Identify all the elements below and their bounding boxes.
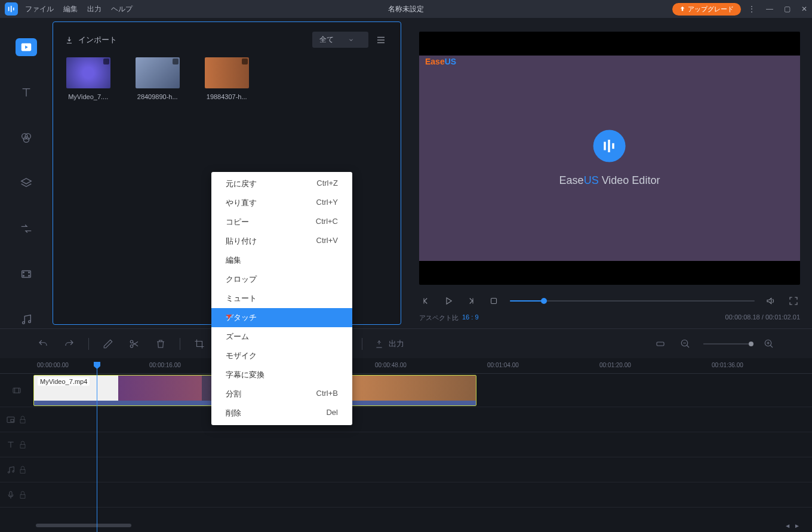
context-menu-item[interactable]: やり直すCtrl+Y bbox=[211, 193, 352, 213]
menu-file[interactable]: ファイル bbox=[25, 4, 54, 14]
horizontal-scrollbar[interactable]: ◄ ► bbox=[36, 524, 800, 527]
svg-rect-32 bbox=[20, 494, 25, 498]
lock-icon bbox=[18, 465, 27, 475]
media-name: 28409890-h... bbox=[137, 93, 178, 100]
upgrade-button[interactable]: アップグレード bbox=[672, 3, 741, 16]
sidebar-media[interactable] bbox=[16, 38, 37, 56]
svg-rect-2 bbox=[13, 8, 14, 11]
context-menu-item[interactable]: 元に戻すCtrl+Z bbox=[211, 174, 352, 193]
context-menu-label: クロップ bbox=[226, 274, 257, 285]
sidebar-overlays[interactable] bbox=[16, 174, 37, 192]
context-menu-item[interactable]: クロップ bbox=[211, 270, 352, 289]
context-menu-label: 元に戻す bbox=[226, 179, 257, 189]
svg-rect-15 bbox=[608, 140, 611, 152]
minimize-button[interactable]: — bbox=[766, 5, 773, 13]
media-thumbnail bbox=[66, 57, 110, 88]
menu-help[interactable]: ヘルプ bbox=[111, 4, 133, 14]
media-item[interactable]: MyVideo_7.... bbox=[65, 57, 112, 100]
more-button[interactable]: ⋮ bbox=[748, 5, 755, 13]
context-menu-item[interactable]: モザイク bbox=[211, 346, 352, 365]
context-menu-item[interactable]: ミュート bbox=[211, 289, 352, 308]
lock-icon bbox=[18, 490, 27, 500]
zoom-out-button[interactable] bbox=[678, 337, 693, 351]
context-menu-label: やり直す bbox=[226, 198, 257, 208]
svg-rect-23 bbox=[13, 388, 20, 393]
context-menu-item[interactable]: 字幕に変換 bbox=[211, 365, 352, 385]
sidebar-elements[interactable] bbox=[16, 265, 37, 283]
app-logo bbox=[5, 2, 18, 16]
delete-button[interactable] bbox=[153, 337, 168, 351]
media-item[interactable]: 19884307-h... bbox=[204, 57, 250, 100]
media-item[interactable]: 28409890-h... bbox=[134, 57, 181, 100]
svg-point-5 bbox=[25, 134, 30, 139]
prev-frame-button[interactable] bbox=[419, 294, 432, 307]
voice-track[interactable] bbox=[0, 482, 812, 508]
media-thumbnail bbox=[205, 57, 249, 88]
menu-output[interactable]: 出力 bbox=[87, 4, 102, 14]
context-menu-item[interactable]: 分割Ctrl+B bbox=[211, 385, 352, 404]
fullscreen-button[interactable] bbox=[787, 294, 800, 307]
context-menu-item[interactable]: 編集 bbox=[211, 251, 352, 270]
timeline: 00:00:00.0000:00:16.0000:00:48.0000:01:0… bbox=[0, 358, 812, 532]
media-thumbnail bbox=[136, 57, 180, 88]
pip-track[interactable] bbox=[0, 407, 812, 432]
edit-button[interactable] bbox=[101, 337, 115, 351]
context-menu-item[interactable]: ズーム bbox=[211, 327, 352, 346]
sidebar-transitions[interactable] bbox=[16, 220, 37, 238]
crop-button[interactable] bbox=[192, 337, 207, 351]
preview-brand-text: EaseUS Video Editor bbox=[559, 174, 660, 186]
split-button[interactable] bbox=[127, 337, 142, 351]
preview-progress[interactable] bbox=[510, 300, 755, 302]
media-filter-select[interactable]: 全て bbox=[312, 32, 368, 48]
context-menu-item[interactable]: 貼り付けCtrl+V bbox=[211, 232, 352, 251]
svg-point-8 bbox=[23, 272, 24, 273]
import-button[interactable]: インポート bbox=[65, 35, 117, 45]
aspect-label: アスペクト比 bbox=[419, 313, 459, 322]
audio-track-icon bbox=[6, 465, 16, 475]
list-view-button[interactable] bbox=[373, 32, 389, 48]
menu-bar: ファイル 編集 出力 ヘルプ bbox=[25, 4, 133, 14]
maximize-button[interactable]: ▢ bbox=[784, 5, 791, 13]
sidebar-filters[interactable] bbox=[16, 129, 37, 147]
sidebar-text[interactable] bbox=[16, 84, 37, 102]
context-menu-label: ズーム bbox=[226, 331, 249, 342]
time-tick: 00:00:16.00 bbox=[149, 362, 181, 368]
fit-button[interactable] bbox=[653, 337, 668, 351]
undo-button[interactable] bbox=[36, 337, 50, 351]
context-menu-shortcut: Ctrl+Y bbox=[316, 198, 338, 208]
close-button[interactable]: ✕ bbox=[801, 5, 807, 13]
context-menu-label: 削除 bbox=[226, 408, 241, 419]
mic-track-icon bbox=[6, 490, 16, 500]
menu-edit[interactable]: 編集 bbox=[63, 4, 78, 14]
time-tick: 00:01:04.00 bbox=[487, 362, 519, 368]
video-track[interactable]: MyVideo_7.mp4 bbox=[0, 374, 812, 407]
zoom-slider[interactable] bbox=[703, 343, 751, 345]
audio-track[interactable] bbox=[0, 457, 812, 482]
next-frame-button[interactable] bbox=[465, 294, 478, 307]
redo-button[interactable] bbox=[62, 337, 76, 351]
sidebar-music[interactable] bbox=[16, 310, 37, 328]
play-button[interactable] bbox=[442, 294, 455, 307]
text-track[interactable] bbox=[0, 432, 812, 457]
stop-button[interactable] bbox=[487, 294, 500, 307]
playhead[interactable] bbox=[97, 365, 97, 532]
svg-point-6 bbox=[23, 137, 29, 142]
context-menu-item[interactable]: 削除Del bbox=[211, 404, 352, 423]
context-menu-item[interactable]: コピーCtrl+C bbox=[211, 213, 352, 232]
svg-rect-14 bbox=[604, 142, 607, 150]
context-menu-label: 編集 bbox=[226, 255, 241, 266]
aspect-value[interactable]: 16 : 9 bbox=[462, 313, 479, 322]
volume-button[interactable] bbox=[764, 294, 777, 307]
svg-rect-27 bbox=[20, 444, 25, 448]
preview-logo-icon bbox=[593, 130, 626, 162]
lock-icon bbox=[18, 440, 27, 450]
context-menu-label: 分割 bbox=[226, 389, 241, 399]
context-menu-shortcut: Ctrl+C bbox=[316, 217, 338, 227]
time-ruler[interactable]: 00:00:00.0000:00:16.0000:00:48.0000:01:0… bbox=[0, 358, 812, 374]
svg-point-12 bbox=[22, 322, 24, 324]
video-track-icon bbox=[12, 386, 21, 395]
zoom-in-button[interactable] bbox=[762, 337, 776, 351]
export-button[interactable]: 出力 bbox=[374, 339, 404, 349]
preview-panel: EaseUS EaseUS Video Editor bbox=[401, 18, 812, 328]
text-track-icon bbox=[6, 440, 16, 450]
